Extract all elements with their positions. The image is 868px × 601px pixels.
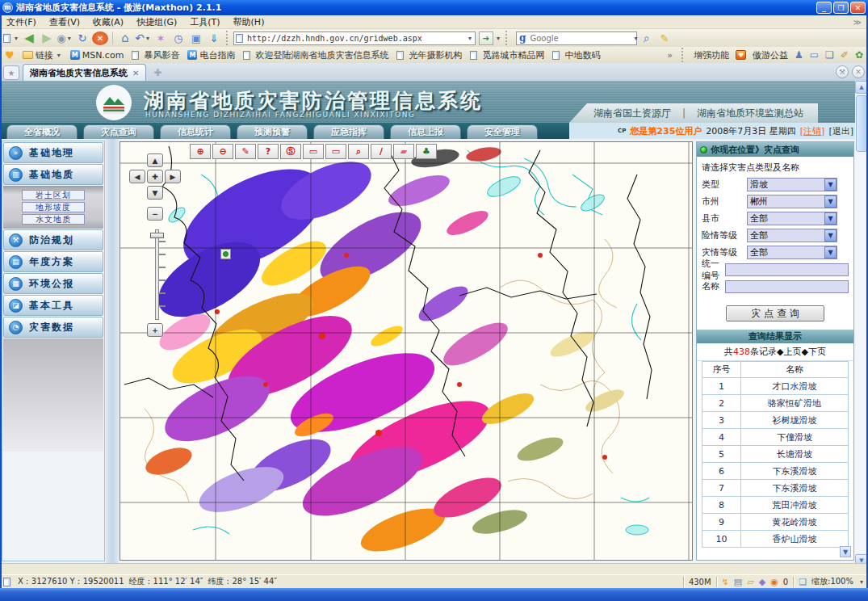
pan-down-button[interactable]: ▼: [147, 186, 163, 200]
map-viewport[interactable]: ⊕ ⊖ ✎ ? Ⓢ ▭ ▭ ⌕ ∕ ▰ ♣ ▲ ◀ ✚ ▶ ▼ −: [120, 141, 693, 561]
history-button[interactable]: ◷: [170, 31, 187, 46]
nav-tab-statistics[interactable]: 信息统计: [160, 124, 231, 139]
user-icon[interactable]: ♟: [795, 49, 803, 61]
tab-active[interactable]: 湖南省地质灾害信息系统 ✕: [23, 64, 146, 81]
folder-status-icon[interactable]: ▱: [747, 577, 753, 587]
bookmarks-overflow-icon[interactable]: »: [667, 50, 673, 61]
close-button[interactable]: ✕: [850, 2, 866, 14]
risk-level-select[interactable]: 全部 ▼: [747, 229, 837, 242]
groups-button[interactable]: ▣: [188, 31, 204, 46]
map-location-marker[interactable]: [220, 249, 231, 259]
sidebar-item-basic-tools[interactable]: ◪ 基本工具: [3, 295, 103, 316]
bookmark-msn[interactable]: MMSN.com: [70, 50, 124, 61]
sidebar-item-annual-plan[interactable]: ▤ 年度方案: [3, 251, 103, 272]
zoom-out-button[interactable]: −: [147, 207, 163, 221]
pages-icon[interactable]: ❏: [825, 49, 834, 61]
window-icon[interactable]: ▭: [810, 49, 819, 61]
pan-center-button[interactable]: ✚: [147, 170, 163, 183]
window-titlebar[interactable]: m 湖南省地质灾害信息系统 - 傲游(Maxthon) 2.1.1 _ ❐ ✕: [0, 0, 868, 15]
menu-help[interactable]: 帮助(H): [233, 16, 265, 28]
search-input[interactable]: [528, 33, 632, 44]
table-row[interactable]: 2骆家恒矿滑地: [702, 395, 849, 412]
bookmark-zhongdi[interactable]: 中地数码: [552, 49, 600, 61]
history-dropdown-button[interactable]: ◉▾: [57, 31, 73, 46]
address-bar[interactable]: ▾: [233, 32, 476, 45]
bookmark-baofeng[interactable]: 暴风影音: [132, 49, 179, 61]
nav-tab-security[interactable]: 安全管理: [467, 124, 538, 139]
panel-splitter[interactable]: [106, 139, 119, 563]
zoom-out-tool[interactable]: ⊖: [212, 144, 233, 159]
bookmark-hunan-system[interactable]: 欢迎登陆湖南省地质灾害信息系统: [243, 49, 388, 61]
link-land-resources[interactable]: 湖南省国土资源厅: [593, 107, 671, 120]
next-page-link[interactable]: ◆下页: [802, 346, 826, 358]
table-row[interactable]: 1才口水滑坡: [702, 378, 849, 395]
paint-icon[interactable]: ✐: [841, 49, 849, 61]
new-page-button[interactable]: ▾: [3, 31, 19, 46]
menu-favorites[interactable]: 收藏(A): [93, 16, 124, 28]
zoom-slider-handle[interactable]: [150, 233, 164, 238]
menu-tools[interactable]: 工具(T): [190, 16, 220, 28]
search-box[interactable]: g ▾: [516, 32, 637, 45]
pan-up-button[interactable]: ▲: [147, 153, 163, 167]
snapshot-icon[interactable]: ◉: [770, 577, 778, 587]
annotate-tool[interactable]: ✎: [235, 144, 256, 159]
menu-overflow-icon[interactable]: ≫: [853, 18, 862, 27]
menu-groups[interactable]: 快捷组(G): [136, 16, 177, 28]
nav-tab-report[interactable]: 信息上报: [390, 124, 461, 139]
layer-tree-tool[interactable]: ♣: [416, 144, 437, 159]
scroll-thumb[interactable]: [856, 95, 867, 152]
disaster-query-button[interactable]: 灾 点 查 询: [726, 305, 824, 322]
exit-link[interactable]: [退出]: [828, 125, 853, 137]
nav-tab-overview[interactable]: 全省概况: [6, 124, 78, 139]
tab-list-close-icon[interactable]: ✕: [852, 65, 865, 78]
menu-file[interactable]: 文件(F): [6, 16, 36, 28]
bookmark-city[interactable]: 觅路城市精品网: [470, 49, 544, 61]
sidebar-item-disaster-data[interactable]: ◔ 灾害数据: [3, 317, 103, 338]
logout-link[interactable]: [注销]: [800, 125, 825, 137]
table-row[interactable]: 10香炉山滑坡: [702, 531, 849, 548]
measure-line-tool[interactable]: ∕: [371, 144, 392, 159]
uid-input[interactable]: [725, 263, 849, 276]
menu-view[interactable]: 查看(V): [49, 16, 80, 28]
name-input[interactable]: [725, 280, 849, 293]
go-dropdown-icon[interactable]: ▾: [495, 35, 501, 42]
chevron-down-icon[interactable]: ▼: [824, 212, 837, 225]
windows-taskbar[interactable]: [0, 588, 868, 601]
download-button[interactable]: ⇓: [206, 31, 222, 46]
home-button[interactable]: ⌂: [117, 31, 133, 46]
county-select[interactable]: 全部 ▼: [747, 212, 837, 225]
tab-tools-icon[interactable]: ⚒: [836, 65, 849, 78]
forward-button[interactable]: ▶: [39, 31, 55, 46]
full-extent-tool[interactable]: Ⓢ: [280, 144, 301, 159]
table-row[interactable]: 7下东溪滑坡: [702, 480, 849, 497]
address-dropdown-icon[interactable]: ▾: [467, 35, 473, 42]
panel-scroll-down-icon[interactable]: ▼: [840, 546, 851, 557]
bookmark-photo[interactable]: 光年摄影机构: [396, 49, 462, 61]
pan-right-button[interactable]: ▶: [165, 170, 181, 183]
link-geo-monitor[interactable]: 湖南省地质环境监测总站: [697, 107, 803, 120]
chevron-down-icon[interactable]: ▼: [824, 179, 837, 191]
zoom-in-tool[interactable]: ⊕: [190, 144, 211, 159]
chevron-down-icon[interactable]: ▼: [824, 195, 837, 208]
nav-tab-disaster-query[interactable]: 灾点查询: [83, 124, 154, 139]
table-row[interactable]: 9黄花岭滑坡: [702, 514, 849, 531]
sidebar-subitem-hydrogeology[interactable]: 水文地质: [22, 214, 85, 225]
plugin-icon[interactable]: ✿: [855, 49, 863, 61]
maxthon-charity-link[interactable]: 傲游公益: [753, 49, 788, 61]
nav-tab-emergency[interactable]: 应急指挥: [313, 124, 384, 139]
refresh-button[interactable]: ↻: [74, 31, 90, 46]
zoom-in-button[interactable]: +: [147, 323, 163, 337]
favorites-heart-icon[interactable]: ♥: [5, 49, 15, 61]
boost-icon[interactable]: ↯: [722, 577, 729, 587]
clear-selection-tool[interactable]: ▭: [325, 144, 346, 159]
city-select[interactable]: 郴州 ▼: [747, 195, 837, 208]
search-icon[interactable]: ⌕: [639, 31, 655, 46]
sidebar-item-env-bulletin[interactable]: ▦ 环境公报: [3, 273, 103, 294]
prev-page-link[interactable]: ◆上页: [777, 346, 801, 358]
table-row[interactable]: 8荒田冲滑坡: [702, 497, 849, 514]
sidebar-item-base-geography[interactable]: » 基础地理: [3, 142, 103, 163]
table-row[interactable]: 4下僮滑坡: [702, 429, 849, 446]
zoom-dropdown-icon[interactable]: ▾: [858, 578, 865, 586]
tab-close-icon[interactable]: ✕: [132, 69, 139, 78]
sidebar-subitem-rock-zoning[interactable]: 岩土区划: [22, 190, 85, 200]
